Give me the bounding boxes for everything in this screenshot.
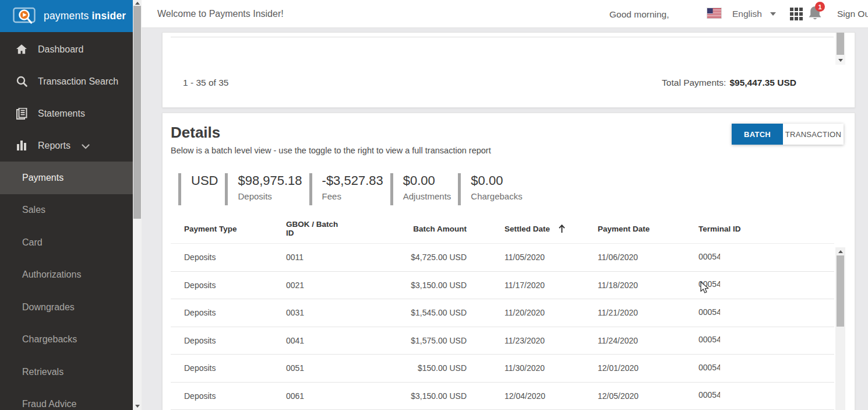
cell-payment-type: Deposits xyxy=(184,391,286,401)
table-scrollbar[interactable] xyxy=(835,247,845,410)
sidebar-nav: Dashboard Transaction Search Statements … xyxy=(0,32,133,410)
payments-summary-card: 1 - 35 of 35 Total Payments:$95,447.35 U… xyxy=(162,32,855,108)
cell-payment-date: 11/06/2020 xyxy=(598,253,698,262)
brand-name: payments insider xyxy=(44,10,126,22)
summary-stats: USD $98,975.18 Deposits -$3,527.83 Fees … xyxy=(178,173,855,205)
sidebar-item-label: Transaction Search xyxy=(38,76,118,87)
cell-terminal-id: 00054 xyxy=(698,363,834,374)
cell-batch-amount: $3,150.00 USD xyxy=(343,391,467,401)
divider xyxy=(171,37,834,37)
cell-settled-date: 11/05/2020 xyxy=(467,253,598,262)
sidebar-item-reports[interactable]: Reports xyxy=(0,129,133,162)
summary-scrollbar-thumb[interactable] xyxy=(837,33,844,55)
batch-toggle-button[interactable]: BATCH xyxy=(732,124,783,145)
stat-label: Deposits xyxy=(238,191,302,201)
cell-settled-date: 11/23/2020 xyxy=(467,336,598,345)
stat-label: Fees xyxy=(322,191,383,201)
bar-chart-icon xyxy=(15,141,28,150)
stat-value: $0.00 xyxy=(403,173,451,188)
sidebar-subitem[interactable]: Authorizations xyxy=(0,259,133,292)
search-icon xyxy=(15,76,28,87)
sidebar-scrollbar-thumb[interactable] xyxy=(133,6,141,219)
scroll-up-arrow-icon[interactable] xyxy=(835,248,845,255)
summary-stat: USD xyxy=(178,173,218,205)
apps-grid-icon[interactable] xyxy=(790,8,803,20)
col-header-batch-amount[interactable]: Batch Amount xyxy=(343,225,467,233)
scroll-down-arrow-icon[interactable] xyxy=(835,56,845,64)
table-row[interactable]: Deposits 0061 $3,150.00 USD 12/04/2020 1… xyxy=(171,383,834,410)
cell-batch-id: 0021 xyxy=(286,281,343,290)
sidebar-subitem[interactable]: Sales xyxy=(0,194,133,227)
brand-logo[interactable]: payments insider xyxy=(0,0,133,32)
us-flag-icon[interactable] xyxy=(707,8,721,18)
table-row[interactable]: Deposits 0041 $1,575.00 USD 11/23/2020 1… xyxy=(171,327,834,355)
stat-value: $98,975.18 xyxy=(238,173,302,188)
cell-settled-date: 11/20/2020 xyxy=(467,308,598,317)
sidebar-subitem[interactable]: Card xyxy=(0,226,133,259)
sidebar-item-dashboard[interactable]: Dashboard xyxy=(0,33,133,65)
summary-stat: -$3,527.83 Fees xyxy=(309,173,383,205)
col-header-terminal-id[interactable]: Terminal ID xyxy=(698,225,834,233)
cell-payment-type: Deposits xyxy=(184,281,286,290)
language-selector[interactable]: English xyxy=(732,9,762,19)
summary-stat: $0.00 Chargebacks xyxy=(458,173,522,205)
col-header-payment-date[interactable]: Payment Date xyxy=(598,225,698,233)
cell-batch-amount: $1,575.00 USD xyxy=(343,336,467,345)
cell-settled-date: 11/30/2020 xyxy=(467,363,598,373)
cell-payment-date: 11/21/2020 xyxy=(598,308,698,317)
sidebar-subitem[interactable]: Fraud Advice xyxy=(0,388,133,410)
table-row[interactable]: Deposits 0021 $3,150.00 USD 11/17/2020 1… xyxy=(171,272,834,300)
sidebar-subitem[interactable]: Downgrades xyxy=(0,291,133,324)
sidebar-subitem[interactable]: Payments xyxy=(0,162,133,194)
cell-terminal-id: 00054 xyxy=(698,390,834,401)
notification-badge[interactable]: 1 xyxy=(815,2,825,12)
summary-stat: $98,975.18 Deposits xyxy=(225,173,302,205)
cell-payment-type: Deposits xyxy=(184,363,286,373)
table-body: Deposits 0011 $4,725.00 USD 11/05/2020 1… xyxy=(171,243,834,410)
sign-out-button[interactable]: Sign Out xyxy=(837,9,868,19)
sort-ascending-icon xyxy=(558,224,566,234)
summary-scrollbar[interactable] xyxy=(835,33,845,65)
table-row[interactable]: Deposits 0051 $150.00 USD 11/30/2020 12/… xyxy=(171,355,834,383)
cell-settled-date: 12/04/2020 xyxy=(467,391,598,401)
total-payments: Total Payments:$95,447.35 USD xyxy=(662,78,796,88)
sidebar-subitem[interactable]: Retrievals xyxy=(0,356,133,388)
cell-payment-date: 11/18/2020 xyxy=(598,281,698,290)
col-header-settled-date[interactable]: Settled Date xyxy=(467,224,598,234)
topbar: Welcome to Payments Insider! Good mornin… xyxy=(142,0,868,28)
sidebar-item-statements[interactable]: Statements xyxy=(0,97,133,129)
sidebar-subitem[interactable]: Chargebacks xyxy=(0,324,133,356)
table-row[interactable]: Deposits 0011 $4,725.00 USD 11/05/2020 1… xyxy=(171,244,834,272)
col-header-batch-id[interactable]: GBOK / Batch ID xyxy=(286,220,343,237)
home-icon xyxy=(15,44,28,55)
stat-value: -$3,527.83 xyxy=(322,173,383,188)
stat-label: Chargebacks xyxy=(471,191,522,201)
greeting-text: Good morning, xyxy=(609,9,669,20)
cell-batch-id: 0031 xyxy=(286,308,343,317)
language-caret-icon[interactable] xyxy=(770,12,776,16)
reports-subnav: Payments Sales Card Authorizations Downg… xyxy=(0,162,133,410)
cell-payment-type: Deposits xyxy=(184,253,286,262)
col-header-payment-type[interactable]: Payment Type xyxy=(184,225,286,233)
transaction-toggle-button[interactable]: TRANSACTION xyxy=(783,124,844,145)
cell-batch-id: 0011 xyxy=(286,253,343,262)
cell-payment-date: 12/01/2020 xyxy=(598,363,698,373)
sidebar: payments insider Dashboard Transaction S… xyxy=(0,0,133,410)
sidebar-item-transaction-search[interactable]: Transaction Search xyxy=(0,65,133,97)
pagination-range: 1 - 35 of 35 xyxy=(183,78,228,88)
cell-terminal-id: 00054 xyxy=(698,252,834,263)
scroll-down-arrow-icon[interactable] xyxy=(133,403,142,409)
sidebar-item-label: Reports xyxy=(38,141,70,151)
stat-label: Adjustments xyxy=(403,191,451,201)
cell-batch-id: 0061 xyxy=(286,391,343,401)
cell-payment-date: 11/24/2020 xyxy=(598,336,698,345)
cell-batch-amount: $1,545.00 USD xyxy=(343,308,467,317)
table-scrollbar-thumb[interactable] xyxy=(837,255,844,327)
table-header: Payment Type GBOK / Batch ID Batch Amoun… xyxy=(171,220,834,237)
cell-terminal-id: 00054 xyxy=(698,307,834,318)
details-subtitle: Below is a batch level view - use the to… xyxy=(171,145,855,156)
cell-batch-amount: $150.00 USD xyxy=(343,363,467,373)
table-row[interactable]: Deposits 0031 $1,545.00 USD 11/20/2020 1… xyxy=(171,299,834,327)
sidebar-scrollbar[interactable] xyxy=(133,0,142,410)
cell-batch-id: 0041 xyxy=(286,336,343,345)
